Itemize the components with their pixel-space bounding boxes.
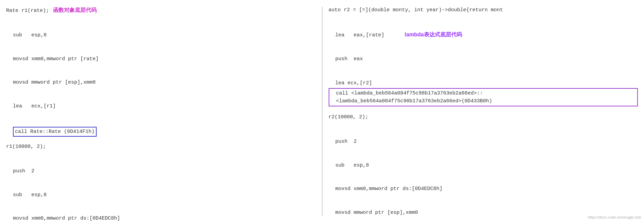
line-item: lea ecx,[r1] (13, 102, 316, 110)
watermark: https://docs.csdn.nnmnugjb.club (588, 215, 641, 220)
line-item: lea eax,[rate] lambda表达式底层代码 (335, 31, 638, 39)
left-s1-label: 函数对象底层代码 (53, 6, 97, 15)
right-s1-label: lambda表达式底层代码 (405, 31, 462, 39)
line-item: movsd xmm0,mmword ptr [rate] (13, 55, 316, 63)
line-item: sub esp,8 (335, 161, 638, 169)
line-item: sub esp,8 (13, 31, 316, 39)
left-s1-title-code: Rate r1(rate); (6, 7, 49, 15)
line-item: movsd xmm0,mmword ptr ds:[0D4EDC8h] (13, 215, 316, 222)
line-item: sub esp,8 (13, 191, 316, 199)
line-item: movsd mmword ptr [esp],xmm0 (13, 79, 316, 86)
right-s1-call-box: call <lambda_beb564a084f75c98b17a3763eb2… (329, 88, 638, 107)
line-item: movsd xmm0,mmword ptr ds:[0D4EDC8h] (335, 185, 638, 193)
right-s1-pre-box: lea ecx,[r2] (329, 79, 638, 87)
right-s1-title-code: auto r2 = [=](double monty, int year)->d… (329, 6, 638, 14)
left-s2-lines: push 2 sub esp,8 movsd xmm0,mmword ptr d… (6, 151, 316, 223)
left-s2-title-code: r1(10000, 2); (6, 143, 316, 151)
right-section1: auto r2 = [=](double monty, int year)->d… (329, 6, 638, 106)
right-s2-title-code: r2(10000, 2); (329, 113, 638, 121)
line-item: push 2 (335, 138, 638, 145)
left-s1-call-box: call Rate::Rate (0D414F1h) (13, 127, 97, 137)
right-s1-lines: lea eax,[rate] lambda表达式底层代码 push eax (329, 15, 638, 79)
right-s2-lines: push 2 sub esp,8 movsd xmm0,mmword ptr d… (329, 122, 638, 223)
left-section1: Rate r1(rate); 函数对象底层代码 sub esp,8 movsd … (6, 6, 316, 137)
right-section2: r2(10000, 2); push 2 sub esp,8 movsd xmm… (329, 113, 638, 223)
left-s1-lines: sub esp,8 movsd xmm0,mmword ptr [rate] m… (6, 15, 316, 126)
right-panel: auto r2 = [=](double monty, int year)->d… (323, 3, 644, 220)
line-item: push eax (335, 55, 638, 63)
left-panel: Rate r1(rate); 函数对象底层代码 sub esp,8 movsd … (0, 3, 322, 220)
left-section2: r1(10000, 2); push 2 sub esp,8 movsd xmm… (6, 143, 316, 223)
line-item: push 2 (13, 167, 316, 175)
